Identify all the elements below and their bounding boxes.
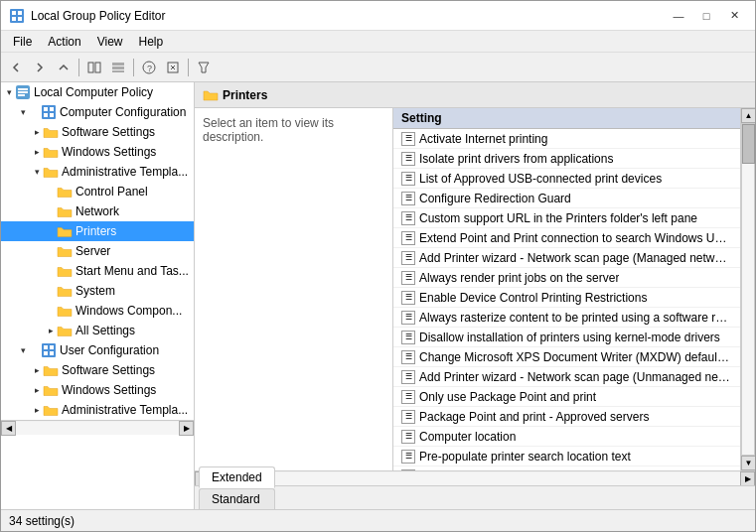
- window-title: Local Group Policy Editor: [31, 9, 165, 23]
- tree-item-windows-settings-comp[interactable]: ▸Windows Settings: [1, 142, 194, 162]
- breadcrumb-bar: Printers: [195, 82, 755, 108]
- tree-item-server[interactable]: Server: [1, 241, 194, 261]
- tree-item-system[interactable]: System: [1, 281, 194, 301]
- description-pane: Select an item to view its description.: [195, 108, 393, 470]
- menu-file[interactable]: File: [5, 33, 40, 51]
- tree-label-windows-components: Windows Compon...: [76, 304, 182, 318]
- tree-item-computer-configuration[interactable]: ▾Computer Configuration: [1, 102, 194, 122]
- tree-item-software-settings-comp[interactable]: ▸Software Settings: [1, 122, 194, 142]
- tree-item-all-settings[interactable]: ▸All Settings: [1, 321, 194, 340]
- up-button[interactable]: [53, 57, 75, 78]
- tree-item-network[interactable]: Network: [1, 201, 194, 221]
- expander-user-configuration[interactable]: ▾: [17, 344, 29, 356]
- setting-row[interactable]: ☰Change Microsoft XPS Document Writer (M…: [393, 347, 740, 367]
- left-pane: ▾Local Computer Policy▾Computer Configur…: [1, 82, 195, 509]
- expander-software-settings-user[interactable]: ▸: [31, 364, 43, 376]
- setting-icon: ☰: [401, 410, 415, 424]
- svg-rect-29: [50, 351, 54, 355]
- setting-row[interactable]: ☰Custom support URL in the Printers fold…: [393, 208, 740, 228]
- close-button[interactable]: ✕: [721, 6, 747, 26]
- menu-view[interactable]: View: [89, 33, 131, 51]
- tab-extended[interactable]: Extended: [199, 466, 275, 488]
- minimize-button[interactable]: —: [666, 6, 691, 26]
- menu-help[interactable]: Help: [131, 33, 172, 51]
- settings-pane: Setting ☰Activate Internet printing☰Isol…: [393, 108, 740, 470]
- tree-item-windows-components[interactable]: Windows Compon...: [1, 301, 194, 321]
- tree-item-printers[interactable]: Printers: [1, 221, 194, 241]
- export-button[interactable]: [162, 57, 184, 78]
- setting-icon: ☰: [401, 231, 415, 245]
- right-pane-hscroll[interactable]: ◀ ▶: [195, 470, 755, 485]
- svg-rect-3: [12, 17, 16, 21]
- setting-row[interactable]: ☰Enable Device Control Printing Restrict…: [393, 288, 740, 308]
- hscroll-right[interactable]: ▶: [179, 421, 194, 436]
- setting-icon: ☰: [401, 251, 415, 265]
- tree-label-system: System: [76, 284, 115, 298]
- setting-row[interactable]: ☰Pre-populate printer search location te…: [393, 447, 740, 466]
- setting-row[interactable]: ☰Package Point and print - Approved serv…: [393, 407, 740, 427]
- tree-item-local-computer-policy[interactable]: ▾Local Computer Policy: [1, 82, 194, 102]
- svg-rect-26: [44, 345, 48, 349]
- expander-computer-configuration[interactable]: ▾: [17, 106, 29, 118]
- setting-row[interactable]: ☰Only use Package Point and print: [393, 387, 740, 407]
- view-button[interactable]: [107, 57, 129, 78]
- tree-item-software-settings-user[interactable]: ▸Software Settings: [1, 360, 194, 380]
- vscroll-down[interactable]: ▼: [741, 456, 755, 470]
- breadcrumb: Printers: [223, 88, 267, 102]
- setting-row[interactable]: ☰Extend Point and Print connection to se…: [393, 228, 740, 248]
- tree-item-user-configuration[interactable]: ▾User Configuration: [1, 340, 194, 360]
- svg-rect-21: [44, 107, 48, 111]
- settings-vscroll[interactable]: ▲ ▼: [740, 108, 755, 470]
- setting-row[interactable]: ☰Computer location: [393, 427, 740, 447]
- right-hscroll-right[interactable]: ▶: [740, 471, 755, 486]
- expander-administrative-templates-user[interactable]: ▸: [31, 404, 43, 416]
- svg-marker-15: [199, 63, 209, 72]
- setting-row[interactable]: ☰Add Printer wizard - Network scan page …: [393, 248, 740, 268]
- setting-row[interactable]: ☰Add Printer wizard - Network scan page …: [393, 367, 740, 387]
- show-hide-button[interactable]: [83, 57, 105, 78]
- expander-administrative-templates[interactable]: ▾: [31, 166, 43, 178]
- hscroll-left[interactable]: ◀: [1, 421, 16, 436]
- vscroll-track[interactable]: [741, 123, 755, 456]
- expander-software-settings-comp[interactable]: ▸: [31, 126, 43, 138]
- help-button[interactable]: ?: [138, 57, 160, 78]
- setting-text: Disallow installation of printers using …: [419, 331, 720, 344]
- setting-icon: ☰: [401, 390, 415, 404]
- left-pane-hscroll[interactable]: ◀ ▶: [1, 420, 194, 435]
- tree-label-computer-configuration: Computer Configuration: [60, 105, 186, 119]
- tree-item-administrative-templates-user[interactable]: ▸Administrative Templa...: [1, 400, 194, 420]
- setting-text: Enable Device Control Printing Restricti…: [419, 291, 647, 305]
- forward-button[interactable]: [29, 57, 51, 78]
- back-button[interactable]: [5, 57, 27, 78]
- maximize-button[interactable]: □: [693, 6, 719, 26]
- svg-rect-2: [18, 11, 22, 15]
- folder-breadcrumb-icon: [203, 88, 219, 102]
- setting-row[interactable]: ☰Disallow installation of printers using…: [393, 328, 740, 347]
- menu-bar: File Action View Help: [1, 31, 755, 53]
- svg-rect-24: [50, 113, 54, 117]
- app-icon: [9, 8, 25, 24]
- setting-row[interactable]: ☰Configure Redirection Guard: [393, 189, 740, 208]
- setting-row[interactable]: ☰Always rasterize content to be printed …: [393, 308, 740, 328]
- expander-all-settings[interactable]: ▸: [45, 325, 57, 336]
- expander-windows-settings-user[interactable]: ▸: [31, 384, 43, 396]
- setting-row[interactable]: ☰List of Approved USB-connected print de…: [393, 169, 740, 189]
- tree-item-windows-settings-user[interactable]: ▸Windows Settings: [1, 380, 194, 400]
- title-left: Local Group Policy Editor: [9, 8, 165, 24]
- tab-standard[interactable]: Standard: [199, 488, 275, 509]
- setting-row[interactable]: ☰Activate Internet printing: [393, 129, 740, 149]
- setting-row[interactable]: ☰Isolate print drivers from applications: [393, 149, 740, 169]
- vscroll-thumb[interactable]: [742, 124, 755, 164]
- vscroll-up[interactable]: ▲: [741, 108, 755, 123]
- expander-local-computer-policy[interactable]: ▾: [3, 86, 15, 98]
- content-area: Select an item to view its description. …: [195, 108, 755, 470]
- menu-action[interactable]: Action: [40, 33, 88, 51]
- tree-item-start-menu[interactable]: Start Menu and Tas...: [1, 261, 194, 281]
- setting-row[interactable]: ☰Always render print jobs on the server: [393, 268, 740, 288]
- svg-rect-22: [50, 107, 54, 111]
- expander-windows-settings-comp[interactable]: ▸: [31, 146, 43, 158]
- tree-label-windows-settings-user: Windows Settings: [62, 383, 156, 397]
- tree-item-administrative-templates[interactable]: ▾Administrative Templa...: [1, 162, 194, 182]
- tree-item-control-panel[interactable]: Control Panel: [1, 182, 194, 201]
- filter-button[interactable]: [193, 57, 215, 78]
